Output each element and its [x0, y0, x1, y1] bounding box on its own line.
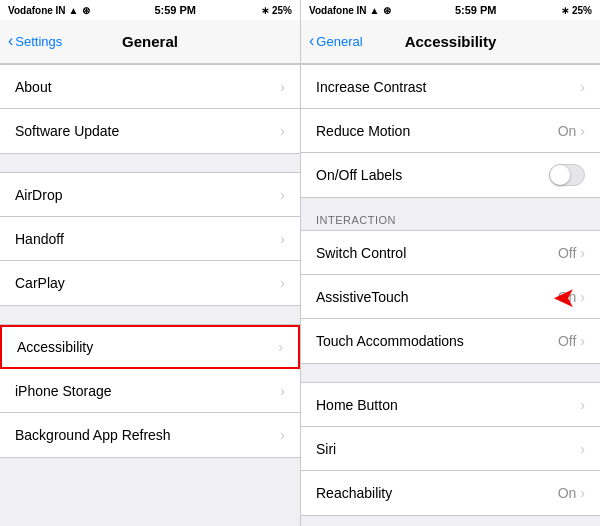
right-status-left: Vodafone IN ▲ ⊛ [309, 5, 391, 16]
left-accessibility-chevron-icon: › [278, 339, 283, 355]
right-nav-title: Accessibility [405, 33, 497, 50]
left-about-label: About [15, 79, 52, 95]
right-onoff-labels-label: On/Off Labels [316, 167, 402, 183]
right-home-button-right: › [580, 397, 585, 413]
right-switch-control-label: Switch Control [316, 245, 406, 261]
right-switch-control-value: Off [558, 245, 576, 261]
right-siri-chevron-icon: › [580, 441, 585, 457]
left-item-background-refresh[interactable]: Background App Refresh › [0, 413, 300, 457]
right-item-siri[interactable]: Siri › [301, 427, 600, 471]
right-back-button[interactable]: ‹ General [309, 33, 363, 50]
left-item-airdrop[interactable]: AirDrop › [0, 173, 300, 217]
right-reachability-value: On [558, 485, 577, 501]
right-wifi-icon: ⊛ [383, 5, 391, 16]
right-reachability-label: Reachability [316, 485, 392, 501]
right-touch-accommodations-right: Off › [558, 333, 585, 349]
right-reduce-motion-value: On [558, 123, 577, 139]
left-status-time: 5:59 PM [154, 4, 196, 16]
left-background-refresh-chevron-icon: › [280, 427, 285, 443]
left-carplay-label: CarPlay [15, 275, 65, 291]
left-item-about[interactable]: About › [0, 65, 300, 109]
right-onoff-labels-toggle-thumb [550, 165, 570, 185]
left-about-right: › [280, 79, 285, 95]
left-airdrop-chevron-icon: › [280, 187, 285, 203]
left-item-software-update[interactable]: Software Update › [0, 109, 300, 153]
right-status-bar: Vodafone IN ▲ ⊛ 5:59 PM ∗ 25% [301, 0, 600, 20]
right-bottom-group: Home Button › Siri › Reachability On › [301, 382, 600, 516]
left-carplay-right: › [280, 275, 285, 291]
left-iphone-storage-label: iPhone Storage [15, 383, 112, 399]
left-battery: 25% [272, 5, 292, 16]
right-reachability-chevron-icon: › [580, 485, 585, 501]
left-group-3: Accessibility › iPhone Storage › Backgro… [0, 324, 300, 458]
left-nav-bar: ‹ Settings General [0, 20, 300, 64]
right-home-button-label: Home Button [316, 397, 398, 413]
right-top-group: Increase Contrast › Reduce Motion On › O… [301, 64, 600, 198]
right-battery: 25% [572, 5, 592, 16]
left-back-label: Settings [15, 34, 62, 49]
right-onoff-labels-right [549, 164, 585, 186]
right-home-button-chevron-icon: › [580, 397, 585, 413]
left-back-chevron-icon: ‹ [8, 32, 13, 50]
left-background-refresh-right: › [280, 427, 285, 443]
left-airdrop-right: › [280, 187, 285, 203]
left-background-refresh-label: Background App Refresh [15, 427, 171, 443]
right-status-right: ∗ 25% [561, 5, 592, 16]
right-item-switch-control[interactable]: Switch Control Off › [301, 231, 600, 275]
left-handoff-right: › [280, 231, 285, 247]
right-onoff-labels-toggle[interactable] [549, 164, 585, 186]
left-item-iphone-storage[interactable]: iPhone Storage › [0, 369, 300, 413]
left-iphone-storage-chevron-icon: › [280, 383, 285, 399]
left-nav-title: General [122, 33, 178, 50]
left-bt-icon: ∗ [261, 5, 269, 16]
left-wifi-icon: ⊛ [82, 5, 90, 16]
right-item-home-button[interactable]: Home Button › [301, 383, 600, 427]
left-panel: Vodafone IN ▲ ⊛ 5:59 PM ∗ 25% ‹ Settings… [0, 0, 300, 526]
left-software-update-label: Software Update [15, 123, 119, 139]
right-carrier: Vodafone IN [309, 5, 367, 16]
right-item-increase-contrast[interactable]: Increase Contrast › [301, 65, 600, 109]
left-airdrop-label: AirDrop [15, 187, 62, 203]
right-touch-accommodations-value: Off [558, 333, 576, 349]
right-reachability-right: On › [558, 485, 585, 501]
right-item-reachability[interactable]: Reachability On › [301, 471, 600, 515]
right-increase-contrast-chevron-icon: › [580, 79, 585, 95]
left-item-carplay[interactable]: CarPlay › [0, 261, 300, 305]
left-status-bar: Vodafone IN ▲ ⊛ 5:59 PM ∗ 25% [0, 0, 300, 20]
right-assistive-touch-label: AssistiveTouch [316, 289, 409, 305]
right-reduce-motion-right: On › [558, 123, 585, 139]
right-item-assistive-touch[interactable]: AssistiveTouch On › ➤ [301, 275, 600, 319]
right-assistive-touch-value: On [558, 289, 577, 305]
left-status-left: Vodafone IN ▲ ⊛ [8, 5, 90, 16]
right-settings-list: Increase Contrast › Reduce Motion On › O… [301, 64, 600, 526]
right-switch-control-right: Off › [558, 245, 585, 261]
left-settings-list: About › Software Update › AirDrop › [0, 64, 300, 526]
right-siri-right: › [580, 441, 585, 457]
right-back-label: General [316, 34, 362, 49]
right-increase-contrast-right: › [580, 79, 585, 95]
right-back-chevron-icon: ‹ [309, 32, 314, 50]
left-signal-icon: ▲ [69, 5, 79, 16]
left-status-right: ∗ 25% [261, 5, 292, 16]
left-back-button[interactable]: ‹ Settings [8, 33, 62, 50]
right-reduce-motion-label: Reduce Motion [316, 123, 410, 139]
left-group-1: About › Software Update › [0, 64, 300, 154]
right-siri-label: Siri [316, 441, 336, 457]
left-item-handoff[interactable]: Handoff › [0, 217, 300, 261]
right-item-reduce-motion[interactable]: Reduce Motion On › [301, 109, 600, 153]
left-accessibility-right: › [278, 339, 283, 355]
left-handoff-label: Handoff [15, 231, 64, 247]
left-software-update-right: › [280, 123, 285, 139]
right-item-onoff-labels[interactable]: On/Off Labels [301, 153, 600, 197]
right-nav-bar: ‹ General Accessibility [301, 20, 600, 64]
left-software-update-chevron-icon: › [280, 123, 285, 139]
right-increase-contrast-label: Increase Contrast [316, 79, 427, 95]
right-touch-accommodations-label: Touch Accommodations [316, 333, 464, 349]
right-switch-control-chevron-icon: › [580, 245, 585, 261]
right-assistive-touch-right: On › [558, 289, 585, 305]
right-item-touch-accommodations[interactable]: Touch Accommodations Off › [301, 319, 600, 363]
right-interaction-group: Switch Control Off › AssistiveTouch On ›… [301, 230, 600, 364]
left-item-accessibility[interactable]: Accessibility › [0, 325, 300, 369]
left-iphone-storage-right: › [280, 383, 285, 399]
right-touch-accommodations-chevron-icon: › [580, 333, 585, 349]
